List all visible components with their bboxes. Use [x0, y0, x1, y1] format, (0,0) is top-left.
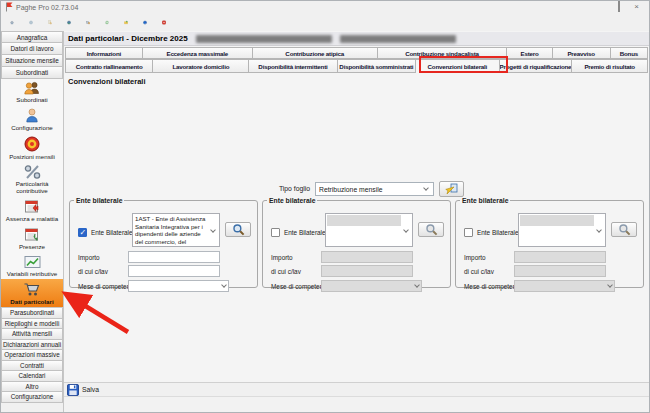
- exit-button[interactable]: [156, 14, 172, 30]
- page-title: Dati particolari - Dicembre 2025: [68, 34, 188, 43]
- ente-bilaterale-checkbox[interactable]: [271, 228, 280, 237]
- chevron-down-icon: [423, 185, 429, 191]
- redacted-employee-text: [340, 35, 456, 43]
- ente-select-value: 1AST - Ente di Assistenza Sanitaria Inte…: [134, 215, 208, 245]
- cart-icon: [23, 282, 41, 297]
- tab-bonus[interactable]: Bonus: [611, 47, 648, 59]
- sync-globe-icon: [105, 15, 109, 30]
- info-button[interactable]: !: [137, 14, 153, 30]
- person-icon: [24, 108, 40, 123]
- ente-select: [518, 213, 606, 247]
- globe-button[interactable]: [23, 14, 39, 30]
- sidebar-item-presenze[interactable]: Presenze: [1, 224, 63, 252]
- sidebar-item-situazione-mensile[interactable]: Situazione mensile: [1, 55, 63, 67]
- sidebar-item-altro[interactable]: Altro: [1, 382, 63, 393]
- sidebar-item-datori-di-lavoro[interactable]: Datori di lavoro: [1, 43, 63, 55]
- sidebar-item-label: Particolarità contributive: [2, 180, 62, 194]
- save-button[interactable]: Salva: [82, 386, 99, 393]
- sidebar-item-dati-particolari[interactable]: Dati particolari: [1, 279, 63, 307]
- chart-icon: [24, 255, 41, 269]
- exit-icon: [162, 15, 166, 30]
- main-toolbar: ?: [1, 13, 649, 31]
- close-button[interactable]: ×: [634, 3, 639, 11]
- sidebar-item-particolarita-contributive[interactable]: Particolarità contributive: [1, 163, 63, 197]
- ente-bilaterale-group-2: Ente bilaterale Ente Bilaterale Importo …: [262, 197, 451, 288]
- sidebar-item-riepiloghi-e-modelli[interactable]: Riepiloghi e modelli: [1, 319, 63, 330]
- tab-contribuzione-atipica[interactable]: Contribuzione atipica: [253, 47, 378, 59]
- group-title: Ente bilaterale: [460, 197, 510, 204]
- maximize-button[interactable]: [618, 3, 620, 11]
- app-window: Paghe Pro 02.73.04 ×: [0, 0, 650, 413]
- sync-button[interactable]: [99, 14, 115, 30]
- ente-search-button[interactable]: [418, 222, 444, 237]
- sidebar-item-variabili-retributive[interactable]: Variabili retributive: [1, 252, 63, 279]
- sidebar-item-label: Dati particolari: [10, 298, 53, 305]
- sidebar-item-calendari[interactable]: Calendari: [1, 371, 63, 382]
- search-document-button[interactable]: [42, 14, 58, 30]
- sidebar-icon-panel: Subordinati Configurazione Posizioni men…: [1, 79, 63, 308]
- ente-bilaterale-checkbox[interactable]: [464, 228, 473, 237]
- tab-disponibilita-intermittenti[interactable]: Disponibilità intermittenti: [249, 59, 337, 73]
- tab-lavoratore-domicilio[interactable]: Lavoratore domicilio: [153, 59, 249, 73]
- help-button[interactable]: ?: [61, 14, 77, 30]
- tab-preavviso[interactable]: Preavviso: [553, 47, 611, 59]
- ente-bilaterale-checkbox[interactable]: [78, 228, 87, 237]
- sidebar-item-subordinati-header[interactable]: Subordinati: [1, 67, 63, 79]
- importo-input[interactable]: [128, 251, 220, 263]
- target-icon: [24, 136, 40, 152]
- redacted-period-text: [196, 35, 332, 43]
- sidebar-item-posizioni-mensili[interactable]: Posizioni mensili: [1, 134, 63, 163]
- tab-disponibilita-somministrati[interactable]: Disponibilità somministrati: [338, 59, 417, 73]
- load-sheet-button[interactable]: [439, 181, 464, 197]
- importo-label: Importo: [78, 254, 100, 261]
- tab-informazioni[interactable]: Informazioni: [65, 47, 143, 59]
- mese-di-competenza-select[interactable]: [128, 280, 229, 292]
- sidebar-item-assenza-e-malattia[interactable]: Assenza e malattia: [1, 197, 63, 225]
- calendar-green-icon: [24, 227, 40, 242]
- folder-button[interactable]: [118, 14, 134, 30]
- home-button[interactable]: [4, 14, 20, 30]
- sidebar-item-configurazione-utente[interactable]: Configurazione: [1, 106, 63, 134]
- importo-input: [321, 251, 413, 263]
- disabled-field-strip: [520, 215, 594, 226]
- ente-select[interactable]: 1AST - Ente di Assistenza Sanitaria Inte…: [132, 213, 220, 247]
- ente-bilaterale-group-3: Ente bilaterale Ente Bilaterale Importo …: [455, 197, 644, 288]
- di-cui-clav-input[interactable]: [128, 265, 220, 277]
- tipo-foglio-select[interactable]: Retribuzione mensile: [315, 182, 434, 196]
- content-header: Dati particolari - Dicembre 2025: [64, 32, 649, 46]
- sidebar-item-label: Subordinati: [16, 96, 47, 103]
- sidebar-item-label: Presenze: [19, 243, 45, 250]
- sidebar-item-anagrafica[interactable]: Anagrafica: [1, 31, 63, 43]
- tab-contribuzione-sindacalista[interactable]: Contribuzione sindacalista: [378, 47, 508, 59]
- group-title: Ente bilaterale: [74, 197, 124, 204]
- content-footer: Salva: [64, 382, 649, 396]
- sidebar-item-contratti[interactable]: Contratti: [1, 361, 63, 372]
- sidebar: Anagrafica Datori di lavoro Situazione m…: [1, 31, 64, 412]
- tab-contratto-riallineamento[interactable]: Contratto riallineamento: [65, 59, 153, 73]
- tab-convenzioni-bilaterali[interactable]: Convenzioni bilaterali: [416, 59, 499, 73]
- sidebar-item-operazioni-massive[interactable]: Operazioni massive: [1, 350, 63, 361]
- sidebar-item-attivita-mensili[interactable]: Attività mensili: [1, 329, 63, 340]
- sidebar-item-configurazione[interactable]: Configurazione: [1, 392, 63, 403]
- mese-di-competenza-select: [321, 280, 422, 292]
- ente-search-button[interactable]: [225, 222, 251, 237]
- tab-progetti-di-riqualificazione[interactable]: Progetti di riqualificazione: [500, 59, 573, 73]
- ente-bilaterale-group-1: Ente bilaterale Ente Bilaterale 1AST - E…: [69, 197, 258, 288]
- sidebar-item-subordinati[interactable]: Subordinati: [1, 79, 63, 106]
- people-icon: [23, 81, 41, 95]
- ente-search-button[interactable]: [611, 222, 637, 237]
- di-cui-clav-label: di cui c/lav: [78, 268, 108, 275]
- tab-row-2: Contratto riallineamento Lavoratore domi…: [65, 59, 648, 73]
- workstation-button[interactable]: [80, 14, 96, 30]
- info-icon: !: [143, 15, 147, 30]
- importo-input: [514, 251, 606, 263]
- importo-label: Importo: [464, 254, 486, 261]
- folder-icon: [124, 15, 128, 30]
- sidebar-item-parasubordinati[interactable]: Parasubordinati: [1, 308, 63, 319]
- tab-eccedenza-massimale[interactable]: Eccedenza massimale: [143, 47, 253, 59]
- sidebar-item-label: Assenza e malattia: [6, 215, 58, 222]
- tab-row-1: Informazioni Eccedenza massimale Contrib…: [65, 47, 648, 59]
- tab-estero[interactable]: Estero: [507, 47, 552, 59]
- sidebar-item-dichiarazioni-annuali[interactable]: Dichiarazioni annuali: [1, 340, 63, 351]
- tab-premio-di-risultato[interactable]: Premio di risultato: [572, 59, 648, 73]
